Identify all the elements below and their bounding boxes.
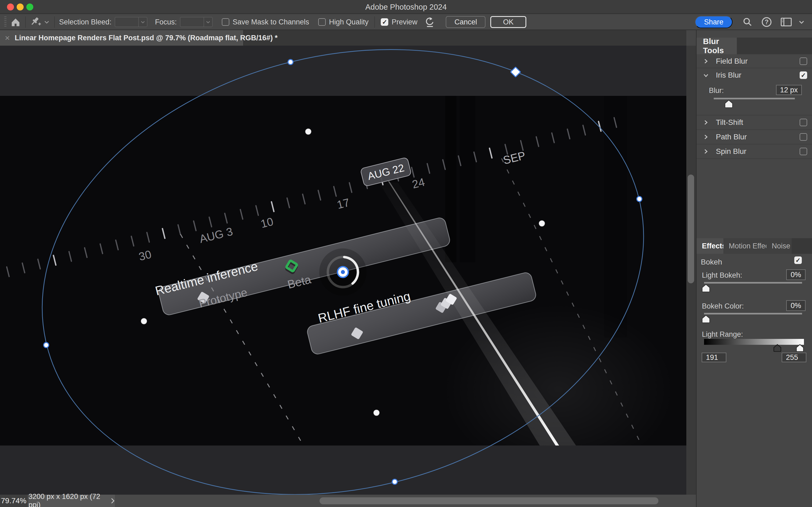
preview-label: Preview — [392, 18, 417, 26]
bokeh-color-label: Bokeh Color: — [702, 302, 744, 311]
blur-tool-label: Path Blur — [716, 133, 747, 141]
svg-text:?: ? — [765, 18, 768, 25]
divider — [697, 129, 812, 130]
background-band — [460, 96, 475, 262]
document-tab[interactable]: × Linear Homepage Renders Flat Post.psd … — [0, 30, 244, 46]
blur-amount-value[interactable]: 12 px — [776, 85, 802, 95]
light-range-label: Light Range: — [702, 330, 743, 339]
selection-bleed-label: Selection Bleed: — [59, 18, 111, 26]
feather-handle-dot[interactable] — [539, 220, 545, 227]
macos-titlebar: Adobe Photoshop 2024 — [0, 0, 812, 14]
chevron-down-icon[interactable] — [703, 72, 709, 78]
options-bar: Selection Bleed: Focus: Save Mask to Cha… — [0, 14, 812, 30]
divider — [697, 158, 812, 159]
high-quality-label: High Quality — [329, 18, 368, 26]
search-icon[interactable] — [742, 16, 753, 28]
feather-handle-dot[interactable] — [305, 129, 311, 135]
separator — [374, 16, 375, 27]
toolbar-grip-handle[interactable] — [4, 16, 6, 27]
divider — [697, 115, 812, 115]
light-bokeh-label: Light Bokeh: — [702, 271, 742, 280]
blur-amount-slider-thumb[interactable] — [724, 99, 734, 108]
light-range-gradient-bar[interactable] — [704, 339, 804, 345]
photoshop-window: Adobe Photoshop 2024 Selection Bleed: — [0, 0, 812, 507]
home-icon[interactable] — [10, 16, 21, 28]
chevron-right-icon[interactable] — [703, 149, 709, 154]
tab-noise[interactable]: Noise — [766, 238, 792, 254]
vertical-scrollbar-thumb[interactable] — [688, 175, 694, 283]
bokeh-color-slider-track[interactable] — [704, 313, 802, 315]
background-band — [604, 96, 627, 338]
chevron-right-icon[interactable] — [703, 134, 709, 140]
app-title: Adobe Photoshop 2024 — [0, 3, 812, 11]
path-blur-checkbox[interactable] — [800, 133, 807, 141]
close-tab-icon[interactable]: × — [5, 33, 10, 43]
spin-blur-checkbox[interactable] — [800, 148, 807, 155]
light-bokeh-value[interactable]: 0% — [786, 269, 806, 280]
selection-bleed-value — [115, 17, 138, 26]
chevron-down-icon[interactable] — [798, 16, 805, 28]
chevron-right-icon[interactable] — [703, 58, 709, 64]
light-range-min-thumb[interactable] — [773, 344, 782, 352]
save-mask-checkbox[interactable] — [222, 18, 229, 26]
tab-blur-tools[interactable]: Blur Tools — [697, 38, 737, 54]
selection-bleed-dropdown[interactable] — [115, 17, 148, 27]
pin-tool-icon[interactable] — [30, 16, 42, 28]
light-range-min-value[interactable]: 191 — [702, 353, 727, 362]
blur-tool-row-spin-blur[interactable]: Spin Blur — [697, 145, 812, 158]
divider — [697, 144, 812, 145]
ellipse-handle-dot[interactable] — [637, 196, 642, 202]
tab-effects[interactable]: Effects — [697, 238, 723, 254]
feather-handle-dot[interactable] — [373, 410, 380, 416]
focus-dropdown[interactable] — [180, 17, 213, 27]
blur-tool-row-tilt-shift[interactable]: Tilt-Shift — [697, 116, 812, 129]
document-tab-bar: × Linear Homepage Renders Flat Post.psd … — [0, 30, 686, 46]
iris-blur-checkbox[interactable]: ✓ — [800, 71, 807, 79]
chevron-down-icon[interactable] — [44, 16, 50, 28]
document-info-field[interactable]: 3200 px x 1620 px (72 ppi) — [28, 495, 115, 507]
document-tab-title: Linear Homepage Renders Flat Post.psd @ … — [15, 34, 278, 42]
cancel-button[interactable]: Cancel — [446, 16, 485, 28]
ok-button[interactable]: OK — [490, 16, 526, 28]
zoom-level-field[interactable]: 79.74% — [0, 495, 27, 507]
light-range-max-value[interactable]: 255 — [781, 353, 806, 362]
help-icon[interactable]: ? — [761, 16, 772, 28]
chevron-right-icon[interactable] — [703, 119, 709, 125]
blur-tool-row-field-blur[interactable]: Field Blur — [697, 55, 812, 68]
canvas[interactable]: 30 AUG 3 10 17 24 SEP Realtime inference — [0, 46, 686, 495]
blur-pin[interactable] — [319, 248, 366, 296]
light-bokeh-slider-track[interactable] — [704, 282, 802, 284]
tab-motion-effects[interactable]: Motion Effects — [723, 238, 766, 254]
blur-tool-row-iris-blur[interactable]: Iris Blur ✓ — [697, 69, 812, 81]
blur-amount-label: Blur: — [709, 87, 724, 95]
divider — [697, 68, 812, 68]
blur-tool-label: Field Blur — [716, 57, 748, 65]
blur-tool-label: Iris Blur — [716, 71, 741, 79]
feather-handle-dot[interactable] — [141, 318, 147, 324]
light-bokeh-slider-thumb[interactable] — [701, 284, 711, 292]
high-quality-checkbox[interactable] — [318, 18, 326, 26]
horizontal-scrollbar-thumb[interactable] — [320, 497, 658, 504]
bokeh-color-slider-thumb[interactable] — [701, 315, 711, 323]
bokeh-color-value[interactable]: 0% — [786, 300, 806, 311]
vertical-scrollbar[interactable] — [686, 46, 696, 495]
preview-checkbox[interactable]: ✓ — [381, 18, 388, 26]
blur-gallery-panel: Blur Tools Field Blur Iris Blur ✓ Blur: … — [696, 30, 812, 507]
status-bar: 79.74% 3200 px x 1620 px (72 ppi) — [0, 495, 696, 507]
bokeh-label: Bokeh — [701, 258, 722, 266]
blur-tool-row-path-blur[interactable]: Path Blur — [697, 130, 812, 144]
ellipse-handle-dot[interactable] — [392, 480, 397, 485]
share-button[interactable]: Share — [695, 16, 733, 28]
chevron-down-icon — [138, 17, 147, 26]
ellipse-handle-dot[interactable] — [288, 60, 293, 65]
workspace-icon[interactable] — [780, 16, 792, 28]
ellipse-handle-dot[interactable] — [44, 343, 49, 348]
roundness-diamond-handle[interactable] — [511, 67, 521, 77]
field-blur-checkbox[interactable] — [800, 57, 807, 65]
light-range-max-thumb[interactable] — [795, 344, 805, 352]
focus-value — [180, 17, 204, 26]
pin-center-dot — [341, 270, 345, 274]
reset-icon[interactable] — [424, 16, 435, 28]
bokeh-checkbox[interactable]: ✓ — [794, 257, 802, 264]
tilt-shift-checkbox[interactable] — [800, 119, 807, 126]
